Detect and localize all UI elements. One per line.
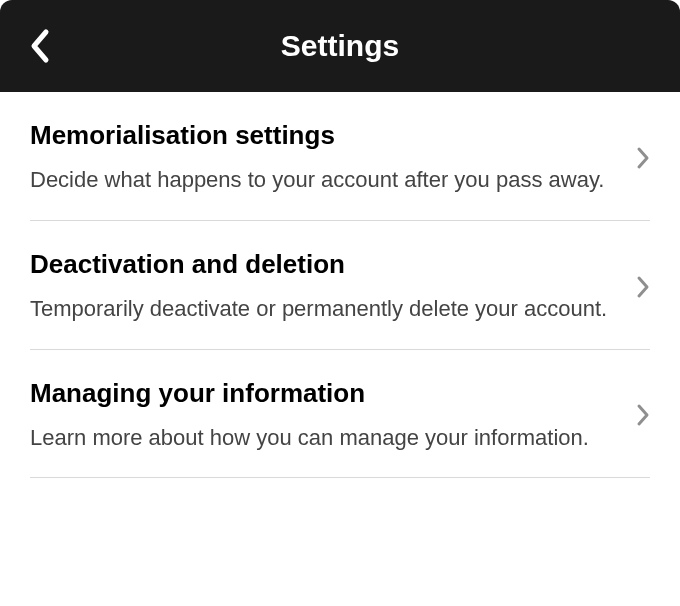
page-title: Settings [281, 29, 399, 63]
header-bar: Settings [0, 0, 680, 92]
list-item-text: Deactivation and deletion Temporarily de… [30, 249, 636, 325]
list-item-subtitle: Temporarily deactivate or permanently de… [30, 294, 620, 325]
settings-item-managing-information[interactable]: Managing your information Learn more abo… [30, 350, 650, 479]
settings-item-memorialisation[interactable]: Memorialisation settings Decide what hap… [30, 92, 650, 221]
chevron-right-icon [636, 275, 650, 299]
chevron-left-icon [28, 28, 50, 64]
list-item-text: Managing your information Learn more abo… [30, 378, 636, 454]
list-item-text: Memorialisation settings Decide what hap… [30, 120, 636, 196]
list-item-title: Deactivation and deletion [30, 249, 620, 280]
list-item-subtitle: Decide what happens to your account afte… [30, 165, 620, 196]
back-button[interactable] [28, 28, 50, 64]
chevron-right-icon [636, 146, 650, 170]
chevron-right-icon [636, 403, 650, 427]
settings-item-deactivation[interactable]: Deactivation and deletion Temporarily de… [30, 221, 650, 350]
list-item-title: Managing your information [30, 378, 620, 409]
list-item-subtitle: Learn more about how you can manage your… [30, 423, 620, 454]
settings-list: Memorialisation settings Decide what hap… [0, 92, 680, 478]
list-item-title: Memorialisation settings [30, 120, 620, 151]
